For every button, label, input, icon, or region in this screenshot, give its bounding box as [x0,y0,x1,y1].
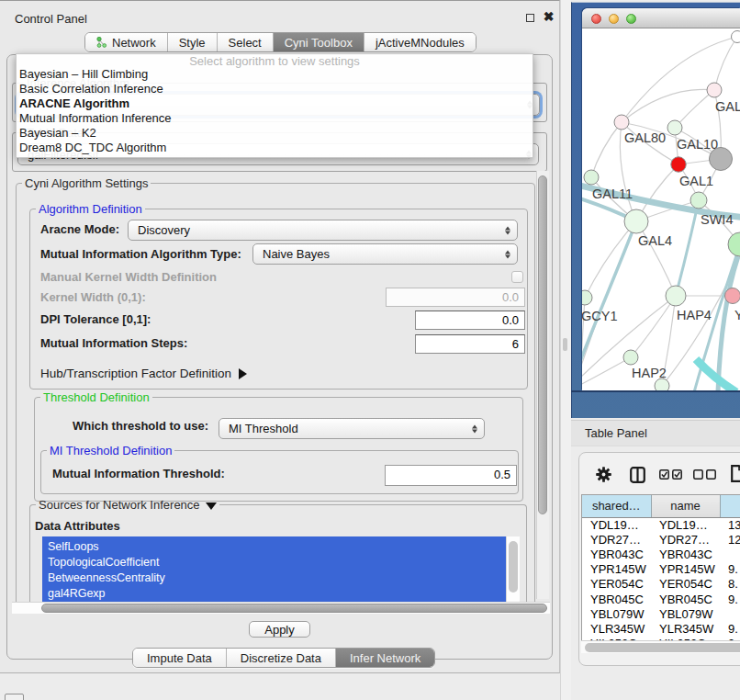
network-edge[interactable] [676,200,699,296]
tab-impute-data[interactable]: Impute Data [133,649,227,667]
algorithm-option[interactable]: Bayesian – Hill Climbing [17,67,533,82]
column-header-next[interactable] [720,495,740,517]
table-cell[interactable]: YDR27… [582,532,651,547]
aracne-mode-combobox[interactable]: Discovery [128,220,518,241]
table-horizontal-scrollbar-thumb[interactable] [585,643,740,652]
tab-cyni-toolbox[interactable]: Cyni Toolbox [274,33,364,51]
network-node-hap2[interactable] [623,350,638,365]
table-cell[interactable]: YLR345W [651,621,720,636]
network-node-swi4[interactable] [690,192,707,209]
tab-style[interactable]: Style [168,33,218,51]
data-attribute-item[interactable]: BetweennessCentrality [42,570,506,586]
zoom-window-icon[interactable] [626,14,636,24]
network-edge[interactable] [591,122,622,177]
network-node-top-right[interactable] [732,31,740,43]
table-cell[interactable]: 9. [720,562,740,577]
mi-type-combobox[interactable]: Naive Bayes [252,243,518,265]
algorithm-option[interactable]: ARACNE Algorithm [17,96,533,111]
table-row[interactable]: YBR045CYBR045C9. [582,592,740,606]
table-cell[interactable]: YPR145W [582,562,651,577]
network-node-gal11[interactable] [584,170,599,185]
gear-icon[interactable] [596,467,611,482]
mi-threshold-field[interactable]: 0.5 [385,465,517,486]
close-panel-icon[interactable]: ✖ [543,11,555,23]
network-edge[interactable] [675,90,714,128]
tab-jactivemnodules[interactable]: jActiveMNodules [364,33,476,51]
data-attributes-list[interactable]: SelfLoopsTopologicalCoefficientBetweenne… [42,536,506,603]
table-cell[interactable]: 9. [720,621,740,636]
network-edge[interactable] [622,89,714,122]
table-cell[interactable]: 12 [720,532,740,547]
table-cell[interactable] [720,547,740,561]
table-horizontal-scrollbar-track[interactable] [581,640,740,653]
kernel-width-field[interactable]: 0.0 [386,288,525,307]
which-threshold-combobox[interactable]: MI Threshold [219,418,485,439]
table-row[interactable]: YPR145WYPR145W9. [582,562,740,577]
attributes-list-scrollbar-thumb[interactable] [509,541,518,593]
minimized-panel-button[interactable] [5,694,24,700]
network-node-bottom[interactable] [655,378,669,390]
hub-definition-toggle[interactable]: Hub/Transcription Factor Definition [40,367,247,380]
table-cell[interactable]: YBL079W [651,606,720,621]
network-node-gal2[interactable] [707,83,722,97]
network-node-hap4[interactable] [666,286,686,306]
network-node-gal80[interactable] [614,115,629,130]
attributes-list-scrollbar-track[interactable] [506,536,520,603]
splitter-handle[interactable] [563,338,567,351]
sources-toggle[interactable]: Sources for Network Inference [36,498,219,512]
algorithm-option[interactable]: Basic Correlation Inference [17,82,533,96]
unchecked-boxes-icon[interactable] [693,469,717,480]
table-cell[interactable]: YLR345W [582,621,651,636]
tab-select[interactable]: Select [218,33,274,51]
network-node-gcy1[interactable] [582,290,592,305]
network-edge[interactable] [714,37,737,90]
table-cell[interactable]: YDR27… [651,532,720,547]
network-node-salmon[interactable] [725,288,740,304]
table-cell[interactable]: YBR045C [582,592,651,606]
network-node-big-green[interactable] [728,232,740,256]
table-row[interactable]: YBR043CYBR043C [582,547,740,561]
table-cell[interactable]: YDL19… [582,517,651,532]
table-row[interactable]: YLR345WYLR345W9. [582,621,740,636]
table-cell[interactable]: YER054C [651,577,720,592]
table-cell[interactable]: YDL19… [651,517,720,532]
network-window-titlebar[interactable] [582,8,740,28]
tab-infer-network[interactable]: Infer Network [336,649,434,667]
data-attribute-item[interactable]: TopologicalCoefficient [42,555,506,570]
settings-horizontal-scrollbar-thumb[interactable] [41,604,547,613]
table-row[interactable]: YDL19…YDL19…13 [582,517,740,532]
table-row[interactable]: YBL079WYBL079W [582,606,740,621]
close-window-icon[interactable] [591,14,601,24]
network-canvas[interactable]: GALGAL80GAL10GAL1SWI4GAL11GAL4HAP4YGCY1H… [582,28,740,390]
manual-kernel-checkbox[interactable] [511,271,523,283]
table-cell[interactable]: YBR043C [651,547,720,561]
table-cell[interactable]: YBL079W [582,606,651,621]
table-cell[interactable] [720,606,740,621]
table-cell[interactable]: 8. [720,577,740,592]
table-cell[interactable]: YER054C [582,577,651,592]
table-row[interactable]: YDR27…YDR27…12 [582,532,740,547]
column-header-name[interactable]: name [651,495,720,517]
table-cell[interactable]: 9. [720,592,740,606]
apply-button[interactable]: Apply [249,621,310,638]
dpi-tolerance-field[interactable]: 0.0 [415,310,525,330]
table-row[interactable]: YER054CYER054C8. [582,577,740,592]
network-edge[interactable] [582,357,631,385]
table-cell[interactable]: YBR043C [582,547,651,561]
data-attribute-item[interactable]: SelfLoops [42,539,506,555]
table-cell[interactable]: YPR145W [651,562,720,577]
document-icon[interactable] [731,465,740,482]
float-panel-icon[interactable] [526,14,534,22]
minimize-window-icon[interactable] [609,14,619,24]
network-node-gal10-n[interactable] [667,120,682,135]
algorithm-option[interactable]: Dream8 DC_TDC Algorithm [17,141,533,155]
data-attribute-item[interactable]: gal4RGexp [42,586,506,602]
mi-steps-field[interactable]: 6 [415,334,525,354]
tab-network[interactable]: Network [85,33,168,51]
settings-vertical-scrollbar-thumb[interactable] [538,175,547,514]
tab-discretize-data[interactable]: Discretize Data [227,649,336,667]
algorithm-option[interactable]: Bayesian – K2 [17,126,533,141]
algorithm-option[interactable]: Mutual Information Inference [17,111,533,126]
table-cell[interactable]: YBR045C [651,592,720,606]
checked-boxes-icon[interactable] [659,469,683,480]
